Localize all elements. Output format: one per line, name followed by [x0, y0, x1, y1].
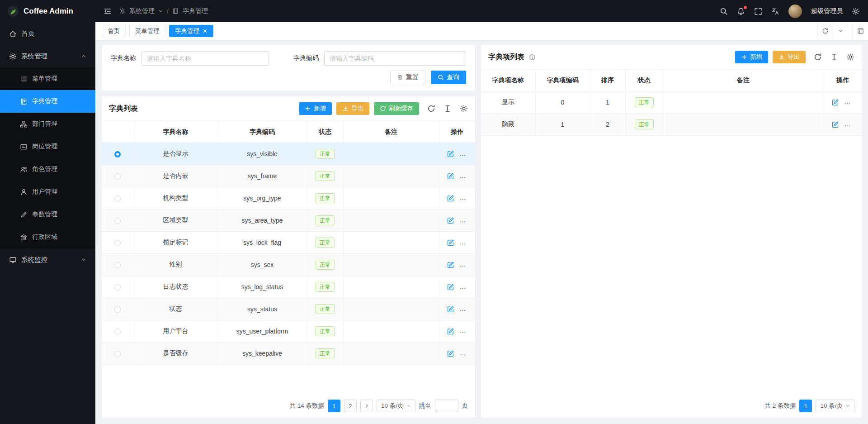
sidebar-item-menu-management[interactable]: 菜单管理	[0, 67, 95, 90]
edit-icon[interactable]	[447, 261, 454, 269]
table-settings-gear-icon[interactable]	[846, 53, 854, 61]
delete-icon[interactable]	[463, 305, 471, 313]
tab-dict-management[interactable]: 字典管理	[169, 25, 213, 37]
dict-name-cell: 是否显示	[134, 143, 217, 165]
collapse-sidebar-icon[interactable]	[104, 7, 112, 15]
delete-icon[interactable]	[463, 328, 471, 335]
row-radio[interactable]	[114, 240, 121, 246]
add-dict-item-button[interactable]: 新增	[735, 51, 768, 63]
tab-menu-management[interactable]: 菜单管理	[129, 25, 165, 37]
settings-gear-icon[interactable]	[852, 7, 860, 15]
fullscreen-icon[interactable]	[754, 7, 762, 15]
table-row[interactable]: 状态 sys_status 正常	[102, 298, 475, 320]
add-dict-button[interactable]: 新增	[299, 102, 332, 115]
ops-cell	[439, 343, 475, 365]
sidebar-item-dept-management[interactable]: 部门管理	[0, 113, 95, 135]
row-radio[interactable]	[114, 218, 121, 224]
delete-icon[interactable]	[463, 283, 471, 291]
sidebar-item-home[interactable]: 首页	[0, 22, 95, 45]
edit-icon[interactable]	[831, 121, 839, 129]
table-row[interactable]: 是否内嵌 sys_frame 正常	[102, 165, 475, 187]
delete-icon[interactable]	[463, 350, 471, 357]
page-size-select[interactable]: 10 条/页	[377, 400, 415, 412]
delete-icon[interactable]	[463, 172, 471, 180]
search-icon[interactable]	[720, 7, 728, 15]
export-dict-button[interactable]: 导出	[336, 102, 369, 115]
delete-icon[interactable]	[463, 217, 471, 224]
edit-icon[interactable]	[447, 172, 454, 180]
jump-page-input[interactable]	[435, 400, 458, 412]
delete-icon[interactable]	[848, 121, 855, 129]
row-radio[interactable]	[114, 195, 121, 202]
sidebar-item-dict-management[interactable]: 字典管理	[0, 90, 95, 113]
table-row[interactable]: 显示 0 1 正常	[481, 91, 862, 114]
delete-icon[interactable]	[463, 239, 471, 247]
reload-table-icon[interactable]	[814, 53, 822, 61]
sidebar-item-role-management[interactable]: 角色管理	[0, 158, 95, 181]
sidebar-item-system-monitor[interactable]: 系统监控	[0, 248, 95, 271]
next-page-button[interactable]	[360, 400, 373, 412]
query-button[interactable]: 查询	[431, 71, 466, 84]
column-density-icon[interactable]	[443, 105, 452, 113]
edit-icon[interactable]	[447, 195, 454, 202]
sidebar-item-post-management[interactable]: 岗位管理	[0, 135, 95, 158]
page-2-button[interactable]: 2	[344, 400, 357, 412]
reload-table-icon[interactable]	[427, 105, 435, 113]
avatar[interactable]	[788, 5, 802, 18]
user-name[interactable]: 超级管理员	[811, 7, 843, 15]
edit-icon[interactable]	[447, 328, 454, 335]
delete-icon[interactable]	[848, 99, 855, 106]
table-row[interactable]: 锁定标记 sys_lock_flag 正常	[102, 232, 475, 254]
table-row[interactable]: 区域类型 sys_area_type 正常	[102, 210, 475, 232]
edit-icon[interactable]	[447, 150, 454, 158]
table-row[interactable]: 性别 sys_sex 正常	[102, 254, 475, 276]
tab-home[interactable]: 首页	[102, 25, 126, 37]
sidebar-item-region-management[interactable]: 行政区域	[0, 226, 95, 248]
tab-options-chevron-icon[interactable]	[833, 22, 848, 40]
dict-code-input[interactable]	[324, 51, 466, 66]
table-row[interactable]: 用户平台 sys_user_platform 正常	[102, 320, 475, 343]
dict-code-cell: sys_area_type	[217, 210, 307, 232]
breadcrumb-root[interactable]: 系统管理	[129, 7, 155, 15]
refresh-cache-button[interactable]: 刷新缓存	[374, 102, 419, 115]
row-radio[interactable]	[114, 262, 121, 268]
translate-icon[interactable]	[771, 7, 779, 15]
export-dict-item-button[interactable]: 导出	[773, 51, 806, 63]
delete-icon[interactable]	[463, 195, 471, 202]
table-settings-gear-icon[interactable]	[460, 105, 468, 113]
sidebar-item-system-management[interactable]: 系统管理	[0, 45, 95, 67]
table-row[interactable]: 是否缓存 sys_keepalive 正常	[102, 343, 475, 365]
row-radio[interactable]	[114, 351, 121, 357]
edit-icon[interactable]	[447, 239, 454, 247]
layout-icon[interactable]	[853, 22, 868, 40]
delete-icon[interactable]	[463, 261, 471, 269]
dict-item-actions: 新增 导出	[735, 51, 854, 63]
row-radio[interactable]	[114, 173, 121, 180]
delete-icon[interactable]	[463, 150, 471, 158]
sidebar-item-user-management[interactable]: 用户管理	[0, 181, 95, 203]
page-1-button[interactable]: 1	[328, 400, 340, 412]
edit-icon[interactable]	[447, 217, 454, 224]
sidebar-item-param-management[interactable]: 参数管理	[0, 203, 95, 226]
table-row[interactable]: 日志状态 sys_log_status 正常	[102, 276, 475, 298]
reset-button[interactable]: 重置	[390, 71, 425, 84]
refresh-tab-icon[interactable]	[817, 22, 833, 40]
table-row[interactable]: 机构类型 sys_org_type 正常	[102, 187, 475, 210]
edit-icon[interactable]	[447, 350, 454, 357]
column-density-icon[interactable]	[830, 53, 838, 61]
row-radio[interactable]	[114, 151, 121, 157]
table-row[interactable]: 隐藏 1 2 正常	[481, 114, 862, 136]
edit-icon[interactable]	[831, 99, 839, 106]
dict-name-input[interactable]	[142, 51, 269, 66]
edit-icon[interactable]	[447, 283, 454, 291]
table-row[interactable]: 是否显示 sys_visible 正常	[102, 143, 475, 165]
close-icon[interactable]	[203, 29, 208, 33]
export-label: 导出	[351, 105, 363, 113]
row-radio[interactable]	[114, 329, 121, 335]
page-size-select[interactable]: 10 条/页	[816, 400, 854, 412]
row-radio[interactable]	[114, 284, 121, 291]
edit-icon[interactable]	[447, 305, 454, 313]
bell-icon[interactable]	[737, 7, 745, 15]
page-1-button[interactable]: 1	[799, 400, 812, 412]
row-radio[interactable]	[114, 306, 121, 313]
